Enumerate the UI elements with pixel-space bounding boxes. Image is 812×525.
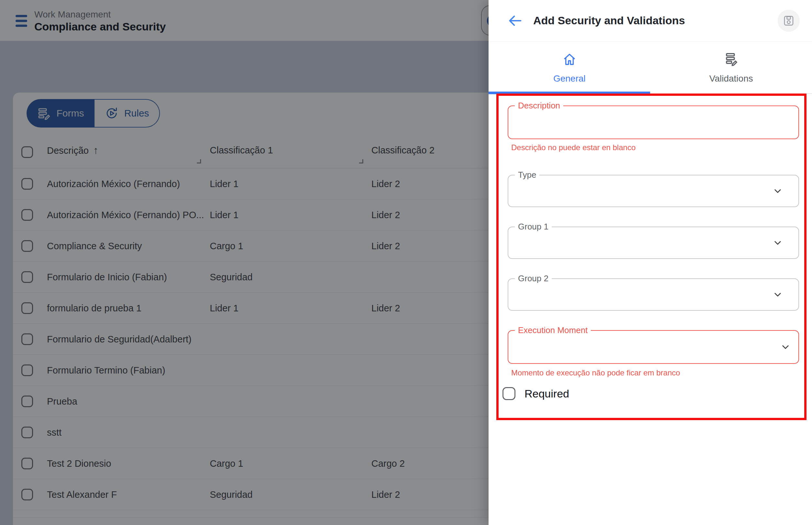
type-label: Type <box>515 170 540 180</box>
tab-general-label: General <box>553 74 586 84</box>
add-security-validations-drawer: Add Security and Validations General <box>489 0 812 525</box>
description-error-text: Descrição no puede estar en blanco <box>511 143 636 152</box>
chevron-down-icon <box>772 289 783 300</box>
execution-moment-label: Execution Moment <box>515 325 591 335</box>
tab-validations[interactable]: Validations <box>650 42 812 93</box>
description-field[interactable]: Description <box>508 106 799 139</box>
drawer-title: Add Security and Validations <box>533 14 685 27</box>
execution-moment-select[interactable]: Execution Moment <box>508 330 799 364</box>
type-select[interactable]: Type <box>508 175 799 207</box>
description-input[interactable] <box>512 108 795 137</box>
required-option: Required <box>502 387 569 400</box>
save-floppy-icon <box>782 14 795 27</box>
validations-list-edit-icon <box>723 51 739 67</box>
chevron-down-icon <box>772 185 783 197</box>
group2-select[interactable]: Group 2 <box>508 279 799 311</box>
chevron-down-icon <box>772 237 783 249</box>
back-button[interactable] <box>505 11 525 30</box>
tab-validations-label: Validations <box>709 74 753 84</box>
home-icon <box>562 51 577 67</box>
required-label: Required <box>525 387 569 400</box>
group2-label: Group 2 <box>515 273 552 284</box>
chevron-down-icon <box>780 341 791 353</box>
required-checkbox[interactable] <box>502 387 515 400</box>
drawer-tabs: General Validations <box>489 42 812 94</box>
arrow-left-icon <box>507 12 523 29</box>
active-tab-indicator <box>489 92 650 94</box>
drawer-header: Add Security and Validations <box>489 0 812 42</box>
save-button[interactable] <box>778 10 800 32</box>
group1-label: Group 1 <box>515 222 552 232</box>
tab-general[interactable]: General <box>489 42 650 93</box>
execution-moment-error-text: Momento de execução não pode ficar em br… <box>511 368 680 377</box>
group1-select[interactable]: Group 1 <box>508 227 799 259</box>
